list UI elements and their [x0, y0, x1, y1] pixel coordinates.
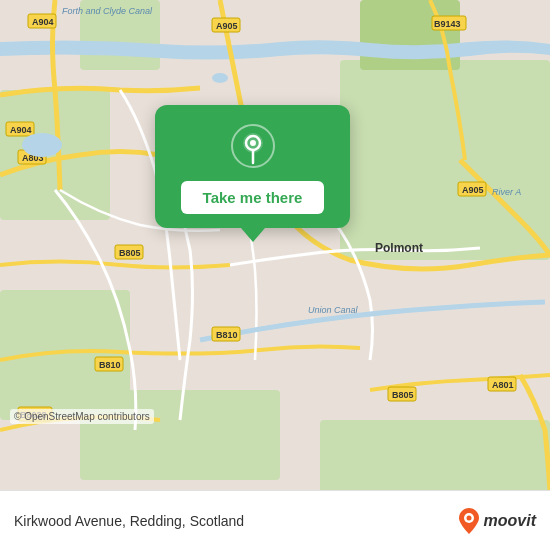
bottom-bar: Kirkwood Avenue, Redding, Scotland moovi…	[0, 490, 550, 550]
location-label: Kirkwood Avenue, Redding, Scotland	[14, 513, 244, 529]
svg-text:B810: B810	[216, 330, 238, 340]
map-container: Forth and Clyde Canal U	[0, 0, 550, 490]
copyright-text: © OpenStreetMap contributors	[10, 409, 154, 424]
take-me-there-button[interactable]: Take me there	[181, 181, 325, 214]
popup-card: Take me there	[155, 105, 350, 228]
svg-text:A904: A904	[10, 125, 32, 135]
svg-point-41	[250, 140, 256, 146]
svg-rect-6	[320, 420, 550, 490]
svg-text:Union Canal: Union Canal	[308, 305, 359, 315]
svg-point-36	[22, 133, 62, 157]
location-pin-icon	[230, 123, 276, 169]
moovit-text: moovit	[484, 512, 536, 530]
svg-text:A905: A905	[462, 185, 484, 195]
svg-point-37	[212, 73, 228, 83]
svg-text:A904: A904	[32, 17, 54, 27]
svg-text:B805: B805	[392, 390, 414, 400]
moovit-logo: moovit	[458, 507, 536, 535]
svg-text:River A: River A	[492, 187, 521, 197]
svg-point-43	[466, 515, 471, 520]
svg-text:B9143: B9143	[434, 19, 461, 29]
svg-rect-7	[80, 390, 280, 480]
moovit-pin-icon	[458, 507, 480, 535]
svg-text:B805: B805	[119, 248, 141, 258]
svg-text:Polmont: Polmont	[375, 241, 423, 255]
svg-rect-3	[340, 60, 550, 260]
svg-text:B810: B810	[99, 360, 121, 370]
svg-text:Forth and Clyde Canal: Forth and Clyde Canal	[62, 6, 153, 16]
svg-text:A905: A905	[216, 21, 238, 31]
svg-text:A801: A801	[492, 380, 514, 390]
